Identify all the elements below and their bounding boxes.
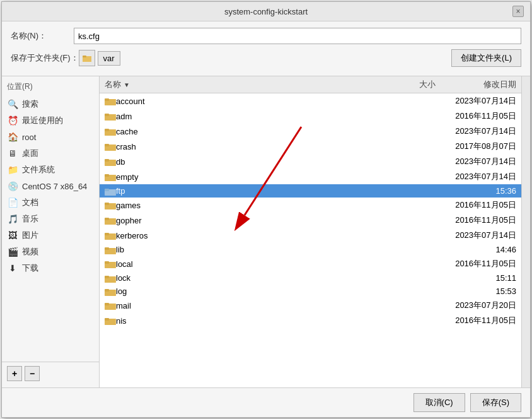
filename-label: 名称(N)：	[11, 30, 74, 42]
svg-rect-17	[105, 159, 109, 162]
svg-rect-47	[105, 303, 109, 305]
svg-rect-11	[105, 129, 109, 131]
file-row[interactable]: games 2016年11月05日	[100, 198, 521, 213]
sidebar-add-button[interactable]: +	[7, 366, 22, 381]
sidebar-label-root: root	[22, 133, 36, 142]
file-table-header: 名称 ▼ 大小 修改日期	[100, 76, 521, 93]
col-header-date[interactable]: 修改日期	[441, 79, 516, 90]
file-date: 2023年07月14日	[441, 156, 516, 167]
savepath-label: 保存于文件夹(F)：	[11, 52, 79, 64]
create-folder-button[interactable]: 创建文件夹(L)	[451, 49, 521, 67]
savepath-row: 保存于文件夹(F)： var 创建文件夹(L)	[11, 49, 521, 67]
filename-row: 名称(N)：	[11, 28, 521, 44]
desktop-icon: 🖥	[7, 148, 18, 159]
file-date: 2016年11月05日	[441, 315, 516, 326]
file-row[interactable]: empty 2023年07月14日	[100, 169, 521, 184]
folder-icon	[105, 259, 116, 268]
dialog-window: system-config-kickstart × 名称(N)： 保存于文件夹(…	[1, 1, 531, 418]
file-row[interactable]: nis 2016年11月05日	[100, 313, 521, 328]
sidebar-item-search[interactable]: 🔍 搜索	[2, 96, 99, 112]
sidebar-label-pictures: 图片	[22, 230, 38, 241]
file-date: 2016年11月05日	[441, 215, 516, 226]
folder-icon	[105, 245, 116, 254]
file-date: 2016年11月05日	[441, 199, 516, 211]
sidebar-item-centos[interactable]: 💿 CentOS 7 x86_64	[2, 178, 99, 194]
svg-rect-35	[105, 247, 109, 250]
file-row[interactable]: lib 14:46	[100, 243, 521, 256]
file-name: crash	[116, 142, 409, 151]
col-header-size[interactable]: 大小	[409, 79, 441, 90]
path-segment[interactable]: var	[98, 51, 120, 66]
file-date: 15:53	[441, 286, 516, 296]
search-icon: 🔍	[7, 98, 18, 110]
svg-rect-41	[105, 276, 109, 278]
sidebar-item-recent[interactable]: ⏰ 最近使用的	[2, 112, 99, 129]
downloads-icon: ⬇	[7, 263, 18, 274]
folder-icon	[105, 172, 116, 181]
svg-rect-26	[105, 203, 109, 205]
file-row[interactable]: gopher 2016年11月05日	[100, 213, 521, 228]
file-row[interactable]: lock 15:11	[100, 271, 521, 285]
file-date: 2023年07月14日	[441, 126, 516, 137]
folder-icon	[105, 316, 116, 325]
file-list: account 2023年07月14日 adm 2016年11月05日 cach…	[100, 93, 521, 387]
sidebar-header: 位置(R)	[2, 79, 99, 96]
folder-icon	[105, 187, 116, 196]
file-name: nis	[116, 316, 409, 326]
recent-icon: ⏰	[7, 115, 18, 126]
file-name: lock	[116, 273, 409, 283]
sidebar-item-downloads[interactable]: ⬇ 下载	[2, 260, 99, 276]
file-name: kerberos	[116, 231, 409, 240]
file-date: 2023年07月14日	[441, 171, 516, 182]
file-row[interactable]: db 2023年07月14日	[100, 154, 521, 169]
scrollbar[interactable]	[521, 76, 530, 387]
col-header-name[interactable]: 名称 ▼	[105, 79, 409, 90]
file-row[interactable]: account 2023年07月14日	[100, 93, 521, 109]
root-icon: 🏠	[7, 131, 18, 143]
sidebar-item-documents[interactable]: 📄 文档	[2, 194, 99, 211]
videos-icon: 🎬	[7, 246, 18, 257]
folder-icon	[105, 301, 116, 310]
file-row[interactable]: adm 2016年11月05日	[100, 109, 521, 124]
file-name: empty	[116, 172, 409, 182]
pictures-icon: 🖼	[7, 230, 18, 241]
folder-icon	[105, 201, 116, 210]
file-name: cache	[116, 127, 409, 136]
file-row[interactable]: kerberos 2023年07月14日	[100, 228, 521, 243]
file-row[interactable]: ftp 15:36	[100, 184, 521, 198]
file-pane-wrapper: 名称 ▼ 大小 修改日期 account 2023年07月14日 adm 2	[100, 76, 530, 387]
sidebar-item-music[interactable]: 🎵 音乐	[2, 211, 99, 227]
main-area: 位置(R) 🔍 搜索 ⏰ 最近使用的 🏠 root 🖥 桌面 📁 文件系统	[2, 76, 530, 387]
sort-arrow-icon: ▼	[124, 81, 130, 88]
file-row[interactable]: crash 2017年08月07日	[100, 139, 521, 154]
save-button[interactable]: 保存(S)	[470, 393, 521, 412]
sidebar-item-root[interactable]: 🏠 root	[2, 129, 99, 145]
folder-icon	[105, 287, 116, 296]
file-row[interactable]: log 15:53	[100, 285, 521, 298]
title-bar: system-config-kickstart ×	[2, 2, 530, 21]
sidebar-label-recent: 最近使用的	[22, 115, 63, 126]
file-name: lib	[116, 245, 409, 254]
cancel-button[interactable]: 取消(C)	[413, 393, 465, 412]
svg-rect-14	[105, 144, 109, 146]
file-row[interactable]: local 2016年11月05日	[100, 256, 521, 271]
sidebar-item-filesystem[interactable]: 📁 文件系统	[2, 162, 99, 178]
folder-nav-icon	[83, 54, 91, 62]
file-row[interactable]: cache 2023年07月14日	[100, 124, 521, 139]
svg-rect-23	[105, 189, 109, 191]
folder-icon	[105, 274, 116, 283]
form-area: 名称(N)： 保存于文件夹(F)： var 创建文件夹(L)	[2, 21, 530, 76]
sidebar-item-desktop[interactable]: 🖥 桌面	[2, 145, 99, 162]
sidebar-label-search: 搜索	[22, 98, 38, 110]
sidebar-item-pictures[interactable]: 🖼 图片	[2, 227, 99, 244]
folder-nav-button[interactable]	[79, 50, 95, 66]
file-date: 2023年07月14日	[441, 230, 516, 241]
filesystem-icon: 📁	[7, 164, 18, 175]
close-button[interactable]: ×	[512, 6, 524, 17]
file-row[interactable]: mail 2023年07月20日	[100, 298, 521, 313]
file-date: 15:36	[441, 186, 516, 196]
sidebar-remove-button[interactable]: −	[25, 366, 40, 381]
svg-rect-20	[105, 174, 109, 177]
sidebar-item-videos[interactable]: 🎬 视频	[2, 244, 99, 260]
filename-input[interactable]	[74, 28, 521, 44]
